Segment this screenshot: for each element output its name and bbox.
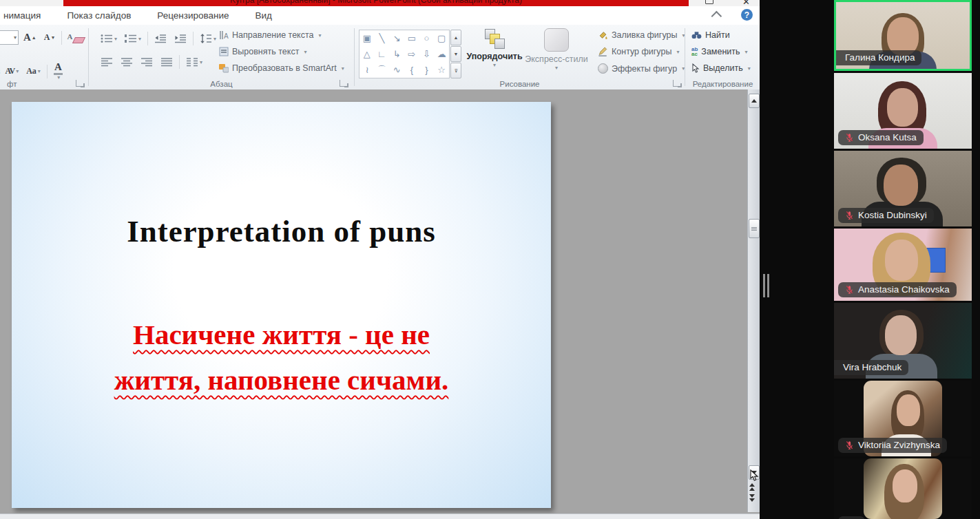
participant-name-label: Anastasia Chaikovska xyxy=(838,282,957,297)
find-button[interactable]: Найти xyxy=(691,30,730,40)
smartart-row: Преобразовать в SmartArt xyxy=(219,63,344,73)
grow-font-button[interactable]: A▲ xyxy=(21,30,39,45)
scroll-up-button[interactable] xyxy=(749,94,760,108)
numbering-button[interactable] xyxy=(122,32,144,45)
double-chevron-down-icon xyxy=(749,498,755,502)
participant-video xyxy=(885,315,917,355)
replace-button[interactable]: abас Заменить xyxy=(691,47,748,56)
decrease-indent-button[interactable] xyxy=(152,32,169,45)
line-spacing-button[interactable] xyxy=(197,32,219,45)
shape-star-icon[interactable]: ☆ xyxy=(435,63,448,77)
quick-styles-button[interactable]: Экспресс-стили ▾ xyxy=(521,28,592,85)
shape-arc-icon[interactable]: ⌒ xyxy=(375,63,388,77)
shape-down-arrow-icon[interactable]: ⇩ xyxy=(419,47,433,61)
convert-to-smartart-button[interactable]: Преобразовать в SmartArt xyxy=(219,63,344,73)
shape-right-arrow-icon[interactable]: ⇨ xyxy=(405,47,419,61)
participant-name-label: Галина Кондира xyxy=(836,50,921,65)
shape-scribble-icon[interactable]: ≀ xyxy=(360,63,374,77)
bullets-button[interactable] xyxy=(98,32,120,45)
shrink-font-button[interactable]: A▼ xyxy=(41,31,59,44)
replace-icon: abас xyxy=(691,47,698,56)
shapes-scroll-up-icon[interactable]: ▲ xyxy=(450,30,461,45)
drawing-dialog-launcher-icon[interactable] xyxy=(673,80,680,87)
shape-effects-button[interactable]: Эффекты фигур xyxy=(598,63,685,74)
select-button[interactable]: Выделить xyxy=(691,63,751,73)
slide-title: Interpretation of puns xyxy=(12,213,551,249)
participant-tile-anastasia[interactable]: Anastasia Chaikovska xyxy=(834,229,972,301)
font-size-combo[interactable] xyxy=(0,30,19,45)
tab-view[interactable]: Вид xyxy=(242,6,285,24)
tab-slideshow[interactable]: Показ слайдов xyxy=(54,6,144,24)
align-center-button[interactable] xyxy=(118,56,136,68)
replace-row: abас Заменить xyxy=(691,47,748,56)
participant-video xyxy=(897,394,920,426)
titlebar-red-band: Kyrrpa [Автосохраненный] - Microsoft Pow… xyxy=(63,0,689,6)
increase-indent-button[interactable] xyxy=(171,32,189,45)
separator xyxy=(193,32,194,45)
find-row: Найти xyxy=(691,30,730,40)
shapes-more-icon[interactable]: ⊽ xyxy=(450,63,461,78)
align-text-button[interactable]: Выровнять текст xyxy=(219,47,306,56)
restore-window-icon[interactable] xyxy=(705,0,713,4)
paint-bucket-icon xyxy=(598,30,608,40)
separator xyxy=(61,31,62,45)
align-right-button[interactable] xyxy=(138,56,156,68)
shape-oval-icon[interactable]: ○ xyxy=(419,31,433,45)
participant-tile-kostia[interactable]: Kostia Dubinskyi xyxy=(834,151,972,226)
vertical-scrollbar[interactable] xyxy=(747,89,760,512)
arrange-button[interactable]: Упорядочить ▾ xyxy=(469,28,520,85)
help-icon[interactable]: ? xyxy=(741,9,753,21)
font-dialog-launcher-icon[interactable] xyxy=(76,80,83,87)
justify-button[interactable] xyxy=(158,56,176,68)
shape-outline-button[interactable]: Контур фигуры xyxy=(598,47,679,56)
previous-slide-button[interactable] xyxy=(749,483,755,491)
mouse-cursor xyxy=(749,469,759,481)
font-color-button[interactable]: A xyxy=(51,61,65,82)
sphere-effect-icon xyxy=(598,63,608,74)
shape-text-box-icon[interactable]: ▣ xyxy=(360,31,374,45)
participants-sidebar: Галина Кондира Oksana Kutsa Kostia Dub xyxy=(760,0,980,519)
ribbon-tabs: нимация Показ слайдов Рецензирование Вид xyxy=(0,6,760,24)
text-direction-button[interactable]: A Направление текста xyxy=(219,30,322,40)
participant-tile-viktoriia[interactable]: Viktoriia Zvizhynska xyxy=(834,381,972,456)
tab-animation[interactable]: нимация xyxy=(0,6,54,24)
next-slide-button[interactable] xyxy=(749,494,755,502)
font-color-bar-icon xyxy=(54,73,63,75)
shape-elbow-arrow-icon[interactable]: ↳ xyxy=(390,47,404,61)
paragraph-group-label: Абзац xyxy=(90,80,353,88)
shape-triangle-icon[interactable]: △ xyxy=(360,47,374,61)
shape-right-brace-icon[interactable]: } xyxy=(419,63,433,77)
shape-line-icon[interactable]: ╲ xyxy=(375,31,388,45)
shape-fill-button[interactable]: Заливка фигуры xyxy=(598,30,685,40)
close-window-icon[interactable]: ✕ xyxy=(742,0,750,6)
shape-curve-icon[interactable]: ∿ xyxy=(390,63,404,77)
change-case-button[interactable]: Aa xyxy=(23,65,43,78)
svg-text:A: A xyxy=(224,32,229,40)
status-bar xyxy=(0,513,760,519)
group-divider xyxy=(685,28,685,86)
participant-tile-vira[interactable]: Vira Hrabchuk xyxy=(834,303,972,379)
shape-elbow-icon[interactable]: ∟ xyxy=(375,47,388,61)
clear-formatting-button[interactable]: A xyxy=(65,31,85,45)
participant-tile-oksana[interactable]: Oksana Kutsa xyxy=(834,73,972,149)
tab-review[interactable]: Рецензирование xyxy=(144,6,242,24)
sidebar-drag-handle[interactable] xyxy=(763,274,765,297)
shape-left-brace-icon[interactable]: { xyxy=(405,63,419,77)
shapes-scroll-down-icon[interactable]: ▼ xyxy=(450,46,461,62)
scrollbar-thumb[interactable] xyxy=(749,219,760,238)
participant-tile-galina[interactable]: Галина Кондира xyxy=(834,0,972,71)
columns-button[interactable] xyxy=(183,56,205,68)
powerpoint-window: Kyrrpa [Автосохраненный] - Microsoft Pow… xyxy=(0,0,760,519)
double-chevron-up-icon xyxy=(749,487,755,491)
shape-arrow-icon[interactable]: ↘ xyxy=(390,31,404,45)
slide-canvas[interactable]: Interpretation of puns Насичене життя - … xyxy=(12,102,551,508)
shape-rectangle-icon[interactable]: ▭ xyxy=(405,31,419,45)
font-group-row2: в AV Aa A xyxy=(0,61,65,82)
character-spacing-button[interactable]: AV xyxy=(2,65,21,78)
align-left-button[interactable] xyxy=(98,56,116,68)
paragraph-dialog-launcher-icon[interactable] xyxy=(340,80,346,87)
shape-rounded-rectangle-icon[interactable]: ▢ xyxy=(435,31,448,45)
shape-cloud-icon[interactable]: ☁ xyxy=(435,47,448,61)
participant-video xyxy=(885,240,918,281)
participant-tile-bottom[interactable] xyxy=(834,458,972,519)
